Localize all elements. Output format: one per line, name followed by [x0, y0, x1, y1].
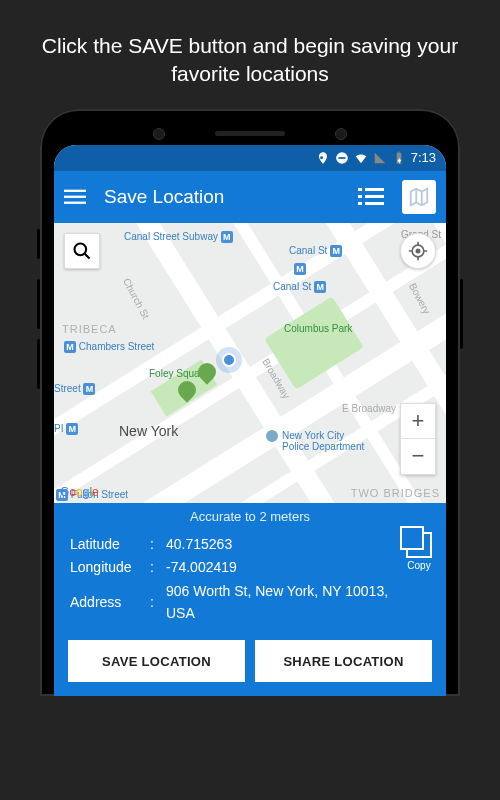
map-label: PI M: [54, 423, 78, 435]
map-toggle-icon[interactable]: [402, 180, 436, 214]
svg-rect-7: [358, 195, 362, 198]
phone-frame: 7:13 Save Location Canal Street Subway: [40, 109, 460, 697]
svg-rect-2: [64, 189, 86, 191]
battery-icon: [392, 151, 406, 165]
map-label: TRIBECA: [62, 323, 117, 335]
svg-point-14: [416, 249, 419, 252]
my-location-button[interactable]: [400, 233, 436, 269]
copy-button[interactable]: Copy: [406, 532, 432, 571]
dnd-icon: [335, 151, 349, 165]
menu-icon[interactable]: [64, 186, 86, 208]
map-label: New York City Police Department: [282, 430, 372, 452]
google-logo: Google: [60, 485, 99, 499]
list-view-icon[interactable]: [358, 186, 384, 208]
zoom-out-button[interactable]: −: [401, 439, 435, 474]
latitude-label: Latitude: [70, 534, 148, 556]
svg-rect-5: [358, 188, 362, 191]
svg-rect-3: [64, 195, 86, 197]
page-title: Save Location: [104, 186, 340, 208]
svg-rect-10: [365, 202, 384, 205]
address-label: Address: [70, 581, 148, 624]
app-bar: Save Location: [54, 171, 446, 223]
svg-rect-9: [358, 202, 362, 205]
longitude-value: -74.002419: [166, 557, 394, 579]
location-pin-icon: [316, 151, 330, 165]
share-location-button[interactable]: SHARE LOCATION: [255, 640, 432, 682]
map-label: Canal St M: [273, 281, 326, 293]
map-label: Canal St M: [289, 245, 342, 257]
zoom-controls: + −: [400, 403, 436, 475]
map-label: New York: [119, 423, 178, 439]
latitude-value: 40.715263: [166, 534, 394, 556]
status-time: 7:13: [411, 150, 436, 165]
copy-label: Copy: [406, 560, 432, 571]
zoom-in-button[interactable]: +: [401, 404, 435, 439]
address-value: 906 Worth St, New York, NY 10013, USA: [166, 581, 394, 624]
map-label: Church St: [121, 276, 152, 320]
crosshair-icon: [408, 241, 428, 261]
svg-rect-4: [64, 201, 86, 203]
map-label: M Chambers Street: [64, 341, 154, 353]
map-label: E Broadway: [342, 403, 396, 414]
map-search-button[interactable]: [64, 233, 100, 269]
copy-icon: [406, 532, 432, 558]
svg-line-12: [85, 253, 90, 258]
map-label: Canal Street Subway M: [124, 231, 233, 243]
accuracy-text: Accurate to 2 meters: [68, 509, 432, 524]
map-label: TWO BRIDGES: [351, 487, 440, 499]
promo-caption: Click the SAVE button and begin saving y…: [0, 0, 500, 109]
poi-icon: [264, 428, 280, 444]
status-bar: 7:13: [54, 145, 446, 171]
longitude-label: Longitude: [70, 557, 148, 579]
svg-rect-6: [365, 188, 384, 191]
save-location-button[interactable]: SAVE LOCATION: [68, 640, 245, 682]
svg-rect-8: [365, 195, 384, 198]
wifi-icon: [354, 151, 368, 165]
signal-icon: [373, 151, 387, 165]
metro-icon: M: [294, 263, 306, 275]
location-info-panel: Accurate to 2 meters Latitude : 40.71526…: [54, 503, 446, 697]
svg-point-11: [75, 243, 87, 255]
map-label: Street M: [54, 383, 95, 395]
map[interactable]: Canal Street Subway M Grand St Canal St …: [54, 223, 446, 503]
current-location-dot: [222, 353, 236, 367]
coordinates-table: Latitude : 40.715263 Longitude : -74.002…: [68, 532, 396, 627]
map-label: Bowery: [407, 281, 432, 316]
svg-rect-1: [338, 157, 345, 159]
search-icon: [72, 241, 92, 261]
map-label: Columbus Park: [284, 323, 352, 334]
